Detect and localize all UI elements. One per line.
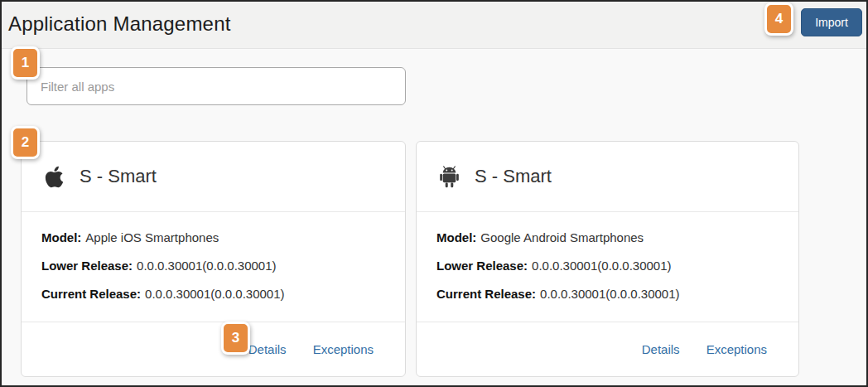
app-card-ios: S - Smart Model:Apple iOS Smartphones Lo… [21,141,406,377]
current-release-row: Current Release:0.0.0.30001(0.0.0.30001) [436,287,779,301]
current-release-label: Current Release: [41,287,141,301]
current-release-label: Current Release: [436,287,536,301]
app-card-title: S - Smart [80,166,157,187]
callout-badge-3: 3 [221,322,250,355]
app-card-header: S - Smart [417,142,798,212]
app-card-footer: Details Exceptions [22,322,405,376]
model-label: Model: [436,230,476,244]
model-row: Model:Apple iOS Smartphones [41,230,385,244]
current-release-value: 0.0.0.30001(0.0.0.30001) [145,287,284,301]
current-release-value: 0.0.0.30001(0.0.0.30001) [540,287,679,301]
android-icon [437,166,461,188]
apple-icon [42,165,65,189]
filter-apps-input[interactable] [27,67,406,105]
app-card-title: S - Smart [475,166,552,187]
model-row: Model:Google Android Smartphones [436,230,779,244]
lower-release-label: Lower Release: [436,259,528,273]
lower-release-label: Lower Release: [41,259,133,273]
details-link[interactable]: Details [642,342,680,356]
app-card-footer: Details Exceptions [417,322,798,376]
lower-release-value: 0.0.0.30001(0.0.0.30001) [532,259,671,273]
current-release-row: Current Release:0.0.0.30001(0.0.0.30001) [41,287,385,301]
callout-badge-4: 4 [764,2,793,36]
details-link[interactable]: Details [248,342,287,356]
exceptions-link[interactable]: Exceptions [313,342,374,356]
application-management-screen: Application Management Import 1 2 3 4 S … [0,0,868,387]
callout-badge-1: 1 [11,46,40,80]
import-button[interactable]: Import [801,8,862,36]
lower-release-row: Lower Release:0.0.0.30001(0.0.0.30001) [436,259,779,273]
page-title: Application Management [8,12,231,36]
app-card-header: S - Smart [22,142,405,212]
app-card-body: Model:Apple iOS Smartphones Lower Releas… [22,212,405,322]
top-bar: Application Management Import [2,2,866,49]
lower-release-value: 0.0.0.30001(0.0.0.30001) [137,259,276,273]
app-card-android: S - Smart Model:Google Android Smartphon… [416,141,799,377]
exceptions-link[interactable]: Exceptions [706,342,767,356]
callout-badge-2: 2 [11,126,40,159]
model-value: Apple iOS Smartphones [85,230,219,244]
app-card-body: Model:Google Android Smartphones Lower R… [417,212,798,322]
model-value: Google Android Smartphones [480,230,644,244]
lower-release-row: Lower Release:0.0.0.30001(0.0.0.30001) [41,259,385,273]
model-label: Model: [41,230,81,244]
